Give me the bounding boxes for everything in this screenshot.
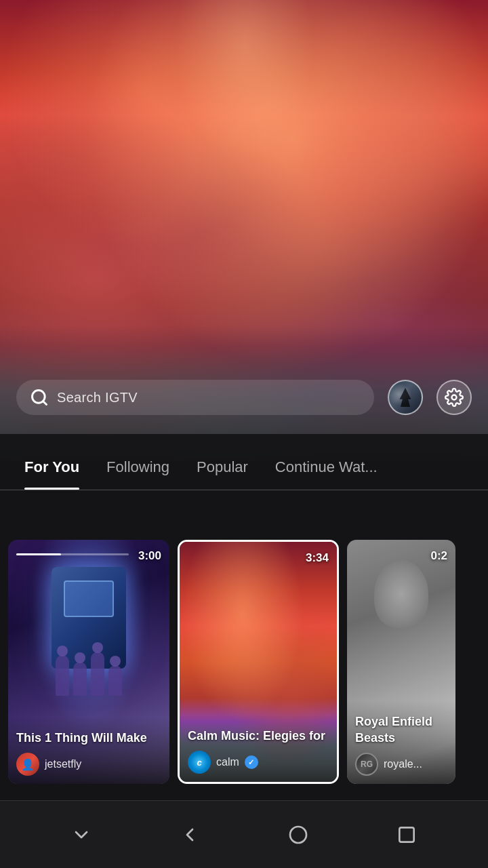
author-row-3: RG royale... [355,753,447,776]
video-title-1: This 1 Thing Will Make [16,730,161,746]
svg-point-2 [452,395,457,400]
video-cards-section: 3:00 This 1 Thing Will Make jetsetfly 3:… [0,529,488,795]
video-duration-2: 3:34 [306,551,329,565]
author-avatar-1 [16,753,39,776]
author-name-1: jetsetfly [45,758,81,770]
bottom-navigation [0,800,488,868]
search-icon [30,388,49,407]
nav-home-button[interactable] [278,814,319,855]
tab-continue-watching[interactable]: Continue Wat... [262,448,391,490]
card-info-1: This 1 Thing Will Make jetsetfly [8,717,169,784]
video-duration-1: 3:00 [138,549,161,563]
verified-check-icon: ✓ [248,758,254,767]
tabs-divider [0,490,488,490]
video-card-2[interactable]: 3:34 Calm Music: Elegies for c calm ✓ [178,540,339,784]
settings-icon [445,388,464,407]
verified-badge-2: ✓ [245,755,258,769]
nav-back-down-button[interactable] [61,814,102,855]
video-card-1[interactable]: 3:00 This 1 Thing Will Make jetsetfly [8,540,169,784]
svg-rect-4 [399,827,413,842]
profile-avatar-button[interactable] [388,380,423,415]
triangle-left-icon [179,824,201,846]
tabs-row: For You Following Popular Continue Wat..… [0,448,488,490]
author-row-1: jetsetfly [16,753,161,776]
tab-for-you[interactable]: For You [11,448,93,490]
card-info-2: Calm Music: Elegies for c calm ✓ [180,715,337,782]
video-title-2: Calm Music: Elegies for [188,728,329,744]
search-placeholder: Search IGTV [57,390,138,406]
square-icon [396,824,418,846]
video-title-3: Royal Enfield Beasts [355,714,447,746]
author-name-3: royale... [384,758,422,770]
author-row-2: c calm ✓ [188,751,329,774]
nav-recent-apps-button[interactable] [386,814,427,855]
author-avatar-calm: c [188,751,211,774]
search-input-wrapper[interactable]: Search IGTV [16,380,374,415]
card-people-silhouette [8,642,169,696]
video-card-3[interactable]: 0:2 Royal Enfield Beasts RG royale... [347,540,455,784]
settings-button[interactable] [436,380,472,415]
video-progress-fill [16,553,61,555]
author-avatar-3: RG [355,753,378,776]
video-progress-bar [16,553,129,555]
chevron-down-icon [70,824,92,846]
nav-back-button[interactable] [169,814,210,855]
svg-line-1 [43,401,46,404]
circle-icon [287,824,309,846]
tab-following[interactable]: Following [93,448,183,490]
svg-point-3 [290,827,306,843]
author-name-2: calm [216,756,239,768]
tabs-container: For You Following Popular Continue Wat..… [0,448,488,490]
search-bar: Search IGTV [0,380,488,415]
card-info-3: Royal Enfield Beasts RG royale... [347,701,455,784]
video-duration-3: 0:2 [430,549,447,563]
tab-popular[interactable]: Popular [183,448,262,490]
